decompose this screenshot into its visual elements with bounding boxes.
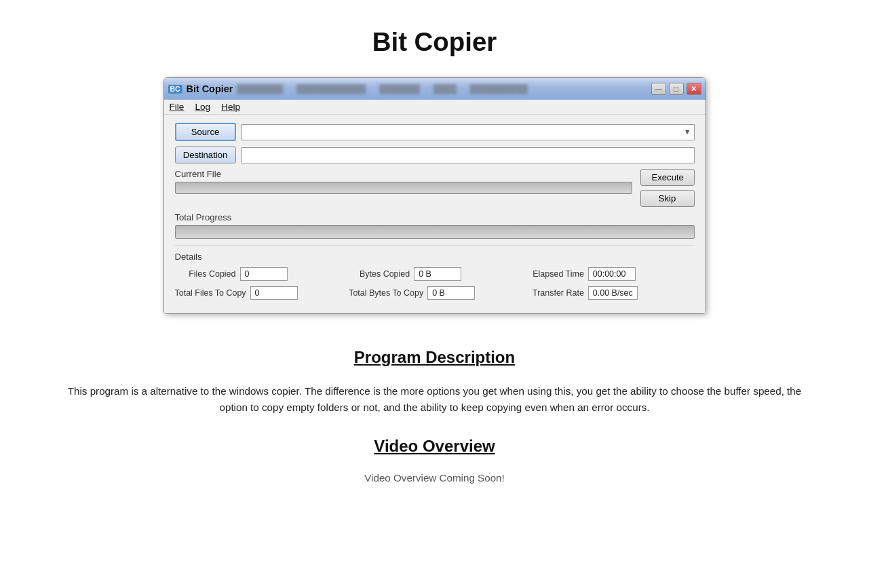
app-window-container: BC Bit Copier ████████ ████████████ ████… [20,77,849,314]
action-buttons: Execute Skip [640,169,695,207]
details-grid: Files Copied 0 Bytes Copied 0 B Elapsed … [175,267,695,300]
total-files-label: Total Files To Copy [175,288,246,298]
execute-button[interactable]: Execute [640,169,695,186]
files-copied-value: 0 [240,267,288,281]
menu-help[interactable]: Help [221,102,240,112]
page-title: Bit Copier [20,14,849,77]
current-file-row: Current File Execute Skip [175,169,695,207]
total-bytes-item: Total Bytes To Copy 0 B [349,286,520,300]
title-bar-title: Bit Copier [187,83,233,94]
elapsed-time-label: Elapsed Time [523,269,584,279]
title-bar-extra: ████████ ████████████ ███████ ████ █████… [237,84,528,94]
title-bar-controls: — □ ✕ [651,83,701,95]
video-coming-soon-text: Video Overview Coming Soon! [61,472,808,484]
total-files-value: 0 [250,286,298,300]
title-bar-left: BC Bit Copier ████████ ████████████ ████… [168,83,528,94]
elapsed-time-item: Elapsed Time 00:00:00 [523,267,695,281]
transfer-rate-label: Transfer Rate [523,288,584,298]
title-bar: BC Bit Copier ████████ ████████████ ████… [164,78,706,100]
current-file-area: Current File [175,169,632,194]
bytes-copied-item: Bytes Copied 0 B [349,267,520,281]
program-description-heading: Program Description [61,348,808,367]
source-dropdown[interactable]: ▼ [242,124,695,140]
bytes-copied-value: 0 B [414,267,461,281]
app-content: Source ▼ Destination Current File [164,115,706,313]
total-progress-bar [175,225,695,239]
video-overview-heading: Video Overview [61,437,808,456]
bytes-copied-label: Bytes Copied [349,269,410,279]
destination-button[interactable]: Destination [175,146,236,163]
files-copied-item: Files Copied 0 [175,267,347,281]
elapsed-time-value: 00:00:00 [588,267,636,281]
page-wrapper: Bit Copier BC Bit Copier ████████ ██████… [0,0,869,517]
total-bytes-value: 0 B [427,286,475,300]
destination-row: Destination [175,146,695,163]
tb-extra-4: ████ [433,84,457,94]
files-copied-label: Files Copied [175,269,236,279]
source-button[interactable]: Source [175,123,236,141]
source-row: Source ▼ [175,123,695,141]
total-progress-label: Total Progress [175,212,695,222]
current-file-progress-bar [175,182,632,194]
transfer-rate-item: Transfer Rate 0.00 B/sec [523,286,695,300]
total-progress-section: Total Progress [175,212,695,239]
dropdown-arrow-icon: ▼ [684,128,691,136]
menu-file[interactable]: File [170,102,185,112]
program-description-section: Program Description This program is a al… [20,341,849,490]
total-bytes-label: Total Bytes To Copy [349,288,423,298]
tb-extra-5: ██████████ [470,84,528,94]
maximize-button[interactable]: □ [669,83,684,95]
tb-extra-1: ████████ [237,84,283,94]
details-section: Details Files Copied 0 Bytes Copied 0 B [175,246,695,300]
destination-input[interactable] [242,147,695,163]
close-button[interactable]: ✕ [687,83,701,95]
program-description-text: This program is a alternative to the win… [61,383,808,416]
current-file-label: Current File [175,169,632,179]
transfer-rate-value: 0.00 B/sec [588,286,638,300]
menu-bar: File Log Help [164,100,706,115]
tb-extra-2: ████████████ [296,84,366,94]
skip-button[interactable]: Skip [640,190,695,207]
details-label: Details [175,252,695,262]
minimize-button[interactable]: — [651,83,666,95]
app-icon-badge: BC [168,85,182,94]
total-files-item: Total Files To Copy 0 [175,286,347,300]
menu-log[interactable]: Log [195,102,210,112]
tb-extra-3: ███████ [379,84,420,94]
app-window: BC Bit Copier ████████ ████████████ ████… [163,77,706,314]
